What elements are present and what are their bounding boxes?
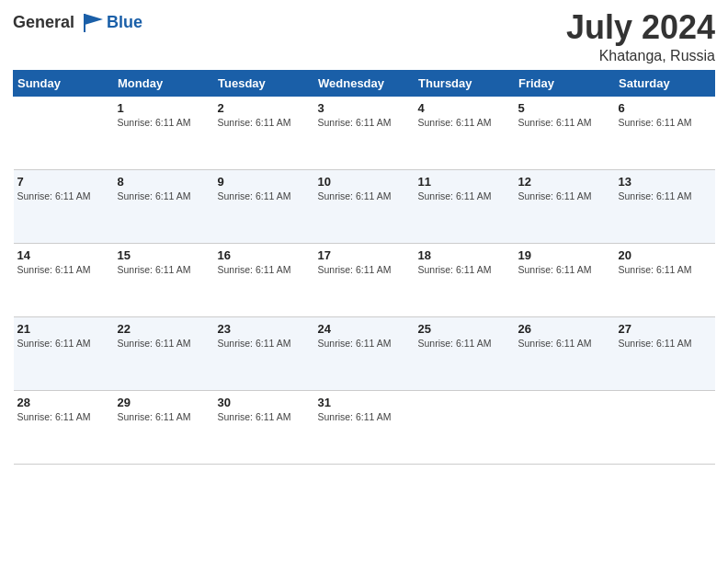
day-number: 31 xyxy=(318,396,411,409)
sunrise-info: Sunrise: 6:11 AM xyxy=(418,190,511,201)
table-row: 4Sunrise: 6:11 AM xyxy=(415,96,515,169)
table-row: 20Sunrise: 6:11 AM xyxy=(615,243,715,316)
sunrise-info: Sunrise: 6:11 AM xyxy=(418,117,511,128)
table-row: 9Sunrise: 6:11 AM xyxy=(214,169,314,243)
day-number: 18 xyxy=(418,248,511,262)
day-number: 21 xyxy=(17,322,110,336)
day-number: 20 xyxy=(619,248,711,262)
day-number: 26 xyxy=(518,322,611,336)
day-number: 12 xyxy=(518,175,611,189)
day-number: 24 xyxy=(318,322,411,336)
table-row: 24Sunrise: 6:11 AM xyxy=(314,316,415,390)
day-number: 10 xyxy=(318,175,411,189)
sunrise-info: Sunrise: 6:11 AM xyxy=(418,338,511,349)
day-number: 9 xyxy=(218,175,311,189)
table-row: 17Sunrise: 6:11 AM xyxy=(314,243,415,316)
calendar-week-row: 28Sunrise: 6:11 AM29Sunrise: 6:11 AM30Su… xyxy=(14,390,715,464)
month-title: July 2024 xyxy=(566,9,715,46)
sunrise-info: Sunrise: 6:11 AM xyxy=(619,338,711,349)
calendar-week-row: 21Sunrise: 6:11 AM22Sunrise: 6:11 AM23Su… xyxy=(14,316,715,390)
sunrise-info: Sunrise: 6:11 AM xyxy=(518,338,611,349)
day-number: 1 xyxy=(118,101,210,115)
calendar-week-row: 14Sunrise: 6:11 AM15Sunrise: 6:11 AM16Su… xyxy=(14,243,715,316)
col-tuesday: Tuesday xyxy=(214,70,314,96)
logo: General Blue xyxy=(13,13,142,32)
day-number: 17 xyxy=(318,248,411,262)
day-number: 3 xyxy=(318,101,411,115)
table-row: 27Sunrise: 6:11 AM xyxy=(615,316,715,390)
table-row xyxy=(14,96,114,169)
location-title: Khatanga, Russia xyxy=(566,48,715,64)
sunrise-info: Sunrise: 6:11 AM xyxy=(619,264,711,275)
table-row: 5Sunrise: 6:11 AM xyxy=(515,96,615,169)
logo-icon xyxy=(81,12,107,32)
table-row: 8Sunrise: 6:11 AM xyxy=(114,169,214,243)
svg-marker-0 xyxy=(85,14,103,25)
table-row: 22Sunrise: 6:11 AM xyxy=(114,316,214,390)
sunrise-info: Sunrise: 6:11 AM xyxy=(218,117,311,128)
sunrise-info: Sunrise: 6:11 AM xyxy=(518,117,611,128)
table-row: 14Sunrise: 6:11 AM xyxy=(14,243,114,316)
sunrise-info: Sunrise: 6:11 AM xyxy=(17,190,110,201)
col-sunday: Sunday xyxy=(14,70,114,96)
day-number: 4 xyxy=(418,101,511,115)
col-saturday: Saturday xyxy=(615,70,715,96)
sunrise-info: Sunrise: 6:11 AM xyxy=(418,264,511,275)
sunrise-info: Sunrise: 6:11 AM xyxy=(318,264,411,275)
page: General Blue July 2024 Khatanga, Russia xyxy=(0,0,728,563)
day-number: 23 xyxy=(218,322,311,336)
sunrise-info: Sunrise: 6:11 AM xyxy=(17,338,110,349)
col-friday: Friday xyxy=(515,70,615,96)
sunrise-info: Sunrise: 6:11 AM xyxy=(619,117,711,128)
sunrise-info: Sunrise: 6:11 AM xyxy=(17,264,110,275)
table-row: 26Sunrise: 6:11 AM xyxy=(515,316,615,390)
sunrise-info: Sunrise: 6:11 AM xyxy=(218,264,311,275)
day-number: 14 xyxy=(17,248,110,262)
table-row xyxy=(615,390,715,464)
table-row: 28Sunrise: 6:11 AM xyxy=(14,390,114,464)
day-number: 6 xyxy=(619,101,711,115)
calendar-week-row: 7Sunrise: 6:11 AM8Sunrise: 6:11 AM9Sunri… xyxy=(14,169,715,243)
sunrise-info: Sunrise: 6:11 AM xyxy=(118,338,210,349)
sunrise-info: Sunrise: 6:11 AM xyxy=(619,190,711,201)
table-row: 30Sunrise: 6:11 AM xyxy=(214,390,314,464)
sunrise-info: Sunrise: 6:11 AM xyxy=(118,190,210,201)
title-block: July 2024 Khatanga, Russia xyxy=(566,9,715,64)
day-number: 16 xyxy=(218,248,311,262)
day-number: 15 xyxy=(118,248,210,262)
table-row: 10Sunrise: 6:11 AM xyxy=(314,169,415,243)
calendar-week-row: 1Sunrise: 6:11 AM2Sunrise: 6:11 AM3Sunri… xyxy=(14,96,715,169)
table-row: 6Sunrise: 6:11 AM xyxy=(615,96,715,169)
table-row: 29Sunrise: 6:11 AM xyxy=(114,390,214,464)
sunrise-info: Sunrise: 6:11 AM xyxy=(118,411,210,422)
sunrise-info: Sunrise: 6:11 AM xyxy=(318,411,411,422)
logo-text: General xyxy=(13,13,107,32)
calendar-table: Sunday Monday Tuesday Wednesday Thursday… xyxy=(13,70,715,465)
day-number: 7 xyxy=(17,175,110,189)
table-row: 19Sunrise: 6:11 AM xyxy=(515,243,615,316)
day-number: 30 xyxy=(218,396,311,409)
day-number: 11 xyxy=(418,175,511,189)
sunrise-info: Sunrise: 6:11 AM xyxy=(518,264,611,275)
table-row: 16Sunrise: 6:11 AM xyxy=(214,243,314,316)
table-row: 1Sunrise: 6:11 AM xyxy=(114,96,214,169)
table-row: 21Sunrise: 6:11 AM xyxy=(14,316,114,390)
table-row: 12Sunrise: 6:11 AM xyxy=(515,169,615,243)
logo-blue: Blue xyxy=(107,13,142,32)
table-row: 31Sunrise: 6:11 AM xyxy=(314,390,415,464)
sunrise-info: Sunrise: 6:11 AM xyxy=(318,338,411,349)
day-number: 19 xyxy=(518,248,611,262)
sunrise-info: Sunrise: 6:11 AM xyxy=(318,117,411,128)
day-number: 22 xyxy=(118,322,210,336)
sunrise-info: Sunrise: 6:11 AM xyxy=(318,190,411,201)
col-thursday: Thursday xyxy=(415,70,515,96)
col-wednesday: Wednesday xyxy=(314,70,415,96)
table-row xyxy=(415,390,515,464)
table-row: 23Sunrise: 6:11 AM xyxy=(214,316,314,390)
table-row: 3Sunrise: 6:11 AM xyxy=(314,96,415,169)
sunrise-info: Sunrise: 6:11 AM xyxy=(218,411,311,422)
day-number: 13 xyxy=(619,175,711,189)
table-row: 18Sunrise: 6:11 AM xyxy=(415,243,515,316)
day-number: 25 xyxy=(418,322,511,336)
day-number: 28 xyxy=(17,396,110,409)
